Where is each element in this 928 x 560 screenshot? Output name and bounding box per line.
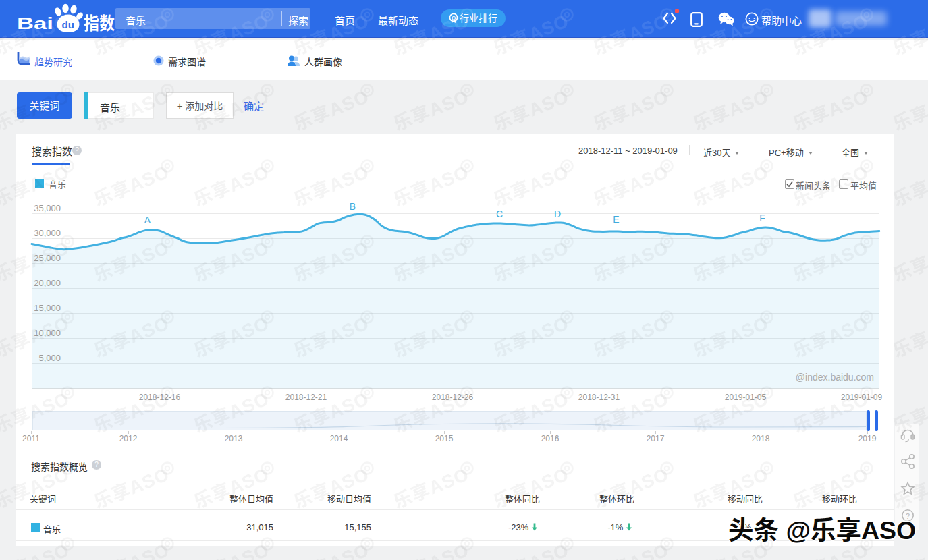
svg-text:A: A [144, 215, 151, 225]
svg-text:2018-12-21: 2018-12-21 [285, 393, 327, 402]
svg-text:Bai: Bai [17, 14, 53, 32]
svg-text:2018-12-26: 2018-12-26 [432, 393, 474, 402]
svg-text:15,000: 15,000 [34, 303, 61, 313]
svg-text:2019-01-05: 2019-01-05 [725, 393, 767, 402]
svg-text:30,000: 30,000 [34, 228, 61, 238]
svg-text:Q: Q [452, 15, 456, 21]
svg-text:@index.baidu.com: @index.baidu.com [796, 372, 874, 383]
svg-text:指数: 指数 [84, 13, 115, 34]
svg-text:2018-12-16: 2018-12-16 [139, 393, 181, 402]
svg-text:B: B [350, 201, 356, 212]
svg-text:du: du [62, 19, 74, 30]
svg-text:D: D [554, 208, 561, 219]
svg-text:20,000: 20,000 [34, 278, 61, 288]
svg-text:35,000: 35,000 [34, 203, 61, 213]
svg-text:2019-01-09: 2019-01-09 [841, 393, 883, 402]
svg-text:2018-12-31: 2018-12-31 [578, 393, 620, 402]
svg-text:F: F [759, 213, 765, 223]
svg-text:E: E [613, 214, 619, 225]
svg-text:头条 @乐享ASO: 头条 @乐享ASO [728, 516, 916, 544]
svg-text:C: C [496, 208, 503, 219]
svg-text:25,000: 25,000 [34, 253, 61, 263]
svg-text:10,000: 10,000 [34, 328, 61, 338]
svg-text:5,000: 5,000 [38, 353, 61, 363]
